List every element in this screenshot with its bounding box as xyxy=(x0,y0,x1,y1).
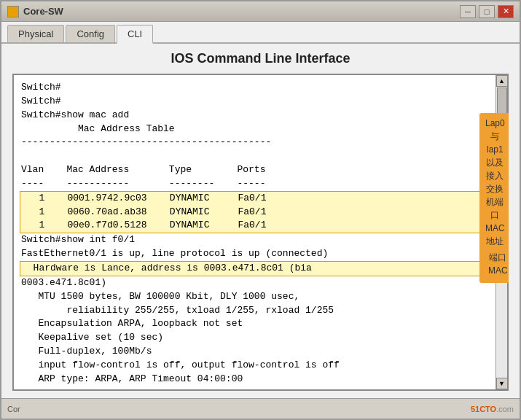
cli-output[interactable]: Switch# Switch# Switch#show mac add Mac … xyxy=(14,75,495,389)
scroll-down-button[interactable]: ▼ xyxy=(496,378,508,389)
content-area: IOS Command Line Interface Switch# Switc… xyxy=(1,44,520,398)
minimize-button[interactable]: ─ xyxy=(460,5,476,18)
bottom-left-text: Cor xyxy=(7,405,20,413)
tab-cli[interactable]: CLI xyxy=(117,25,153,44)
title-bar-controls: ─ □ ✕ xyxy=(460,5,514,18)
section-title: IOS Command Line Interface xyxy=(12,51,509,66)
tabs-bar: Physical Config CLI xyxy=(1,22,520,44)
tab-physical[interactable]: Physical xyxy=(7,25,64,42)
app-icon xyxy=(7,6,19,18)
scroll-thumb[interactable] xyxy=(497,88,507,117)
scrollbar[interactable]: ▲ ▼ xyxy=(495,75,507,389)
bottom-bar: Cor 51CTO.com xyxy=(1,398,520,419)
cli-wrapper: Switch# Switch# Switch#show mac add Mac … xyxy=(12,74,509,391)
maximize-button[interactable]: □ xyxy=(479,5,495,18)
watermark-text: 51CTO.com xyxy=(471,405,514,413)
title-bar: Core-SW ─ □ ✕ xyxy=(1,1,520,22)
cli-inner: Switch# Switch# Switch#show mac add Mac … xyxy=(12,74,509,391)
window-title: Core-SW xyxy=(23,6,63,17)
close-button[interactable]: ✕ xyxy=(498,5,514,18)
main-window: Core-SW ─ □ ✕ Physical Config CLI IOS Co… xyxy=(0,0,521,420)
tab-config[interactable]: Config xyxy=(66,25,115,42)
scroll-up-button[interactable]: ▲ xyxy=(496,75,508,87)
scroll-track[interactable] xyxy=(496,87,507,378)
title-bar-left: Core-SW xyxy=(7,6,63,18)
cli-container[interactable]: Switch# Switch# Switch#show mac add Mac … xyxy=(12,74,509,391)
